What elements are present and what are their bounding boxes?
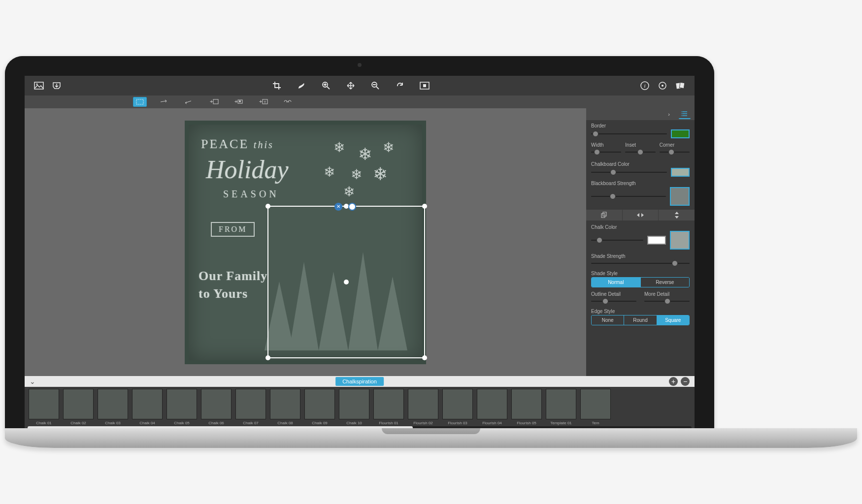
- save-icon[interactable]: [51, 80, 62, 91]
- link-icon[interactable]: [281, 97, 295, 107]
- top-toolbar: i: [25, 76, 695, 95]
- preset-thumbnail-label: Chalk 08: [277, 421, 293, 425]
- chalkboard-color-swatch[interactable]: [671, 168, 690, 177]
- shade-normal-button[interactable]: Normal: [592, 278, 641, 287]
- border-slider[interactable]: [591, 130, 667, 137]
- width-label: Width: [591, 142, 621, 148]
- selection-close-icon[interactable]: ✕: [334, 203, 342, 211]
- canvas-text-from: FROM: [211, 222, 255, 237]
- preset-name-button[interactable]: Chalkspiration: [335, 377, 384, 386]
- preset-thumbnail[interactable]: Tem: [579, 389, 612, 425]
- svg-rect-24: [601, 214, 605, 218]
- preset-thumbnail-label: Chalk 05: [174, 421, 190, 425]
- svg-text:+: +: [210, 98, 213, 104]
- flip-v-icon[interactable]: [659, 210, 695, 220]
- zoom-in-icon[interactable]: [321, 80, 332, 91]
- flip-h-icon[interactable]: [623, 210, 659, 220]
- preset-thumbnail[interactable]: Chalk 01: [28, 389, 60, 425]
- preset-thumbnail[interactable]: Flourish 03: [441, 389, 474, 425]
- panel-tabs: ›: [586, 108, 695, 120]
- shade-style-group: Normal Reverse: [591, 277, 690, 287]
- edge-round-button[interactable]: Round: [624, 315, 657, 325]
- preset-thumbnail[interactable]: Chalk 04: [131, 389, 164, 425]
- preset-thumbnail[interactable]: Chalk 09: [303, 389, 336, 425]
- preset-thumbnail-label: Chalk 10: [346, 421, 362, 425]
- panel-collapse-icon[interactable]: ›: [663, 109, 675, 119]
- crop-icon[interactable]: [271, 80, 282, 91]
- preset-thumbnail[interactable]: Flourish 05: [510, 389, 543, 425]
- thumbnail-bar: ⌄ Chalkspiration + − Chalk 01Chalk 02Cha…: [25, 376, 695, 430]
- preset-thumbnail-label: Chalk 09: [312, 421, 328, 425]
- chalk-color-slider[interactable]: [591, 237, 643, 244]
- preset-thumbnail[interactable]: Flourish 04: [476, 389, 508, 425]
- blackboard-strength-slider[interactable]: [591, 193, 666, 200]
- border-label: Border: [591, 123, 690, 128]
- cards-icon[interactable]: [675, 80, 686, 91]
- app-screen: i + + +T PEACE this Holiday SEASON FROM …: [25, 76, 695, 430]
- image-icon[interactable]: [33, 80, 44, 91]
- chevron-down-icon[interactable]: ⌄: [30, 378, 35, 385]
- chalkboard-color-slider[interactable]: [591, 169, 667, 176]
- preset-thumbnail[interactable]: Chalk 03: [97, 389, 129, 425]
- brush-icon[interactable]: [296, 80, 307, 91]
- svg-rect-4: [420, 82, 429, 89]
- preset-thumbnail-label: Template 01: [550, 421, 572, 425]
- svg-point-23: [681, 115, 682, 116]
- shade-strength-slider[interactable]: [591, 260, 690, 267]
- zoom-out-icon[interactable]: [370, 80, 381, 91]
- edge-none-button[interactable]: None: [592, 315, 624, 325]
- inset-slider[interactable]: [625, 149, 655, 156]
- duplicate-icon[interactable]: [586, 210, 623, 220]
- svg-text:i: i: [644, 83, 645, 89]
- svg-point-2: [323, 82, 328, 87]
- add-shape-icon[interactable]: +: [232, 97, 245, 107]
- chalk-color-swatch[interactable]: [647, 236, 666, 245]
- preset-thumbnail[interactable]: Chalk 10: [338, 389, 370, 425]
- add-text-icon[interactable]: +T: [256, 97, 270, 107]
- svg-point-3: [372, 82, 377, 87]
- corner-label: Corner: [660, 142, 690, 148]
- fit-screen-icon[interactable]: [419, 80, 430, 91]
- svg-rect-5: [423, 84, 426, 87]
- arrow-tool-2-icon[interactable]: [182, 97, 196, 107]
- info-icon[interactable]: i: [639, 80, 650, 91]
- preset-thumbnail-label: Chalk 07: [243, 421, 259, 425]
- thumbnail-strip[interactable]: Chalk 01Chalk 02Chalk 03Chalk 04Chalk 05…: [25, 387, 695, 425]
- corner-slider[interactable]: [660, 149, 690, 156]
- selection-rotate-icon[interactable]: [348, 203, 356, 211]
- width-slider[interactable]: [591, 149, 621, 156]
- blackboard-texture-swatch[interactable]: [670, 187, 690, 206]
- chalk-texture-swatch[interactable]: [670, 231, 690, 250]
- preset-thumbnail[interactable]: Chalk 07: [234, 389, 267, 425]
- preset-thumbnail[interactable]: Chalk 05: [166, 389, 198, 425]
- preset-thumbnail-label: Flourish 05: [517, 421, 536, 425]
- add-image-icon[interactable]: +: [207, 97, 221, 107]
- add-preset-button[interactable]: +: [669, 377, 678, 386]
- select-tool-icon[interactable]: [133, 97, 147, 107]
- preset-thumbnail[interactable]: Template 01: [545, 389, 577, 425]
- preset-thumbnail[interactable]: Chalk 06: [200, 389, 232, 425]
- arrow-tool-1-icon[interactable]: [158, 97, 171, 107]
- preset-thumbnail[interactable]: Flourish 02: [407, 389, 439, 425]
- preset-thumbnail[interactable]: Chalk 08: [269, 389, 301, 425]
- svg-rect-19: [263, 99, 267, 104]
- move-icon[interactable]: [345, 80, 356, 91]
- preset-thumbnail[interactable]: Chalk 02: [62, 389, 95, 425]
- preset-thumbnail-label: Flourish 03: [448, 421, 467, 425]
- redo-icon[interactable]: [395, 80, 405, 91]
- svg-point-22: [681, 113, 682, 114]
- laptop-base: [5, 428, 857, 448]
- preset-thumbnail[interactable]: Flourish 01: [372, 389, 405, 425]
- border-color-swatch[interactable]: [671, 129, 690, 138]
- canvas-area[interactable]: PEACE this Holiday SEASON FROM Our Famil…: [25, 108, 586, 376]
- more-detail-slider[interactable]: [644, 298, 690, 305]
- outline-detail-slider[interactable]: [591, 298, 636, 305]
- snowflakes: ❄ ❄ ❄ ❄ ❄ ❄ ❄: [324, 139, 412, 203]
- settings-icon[interactable]: [657, 80, 668, 91]
- remove-preset-button[interactable]: −: [681, 377, 690, 386]
- trees: [265, 237, 412, 350]
- shade-reverse-button[interactable]: Reverse: [641, 278, 690, 287]
- preset-thumbnail-label: Flourish 02: [413, 421, 433, 425]
- panel-list-icon[interactable]: [679, 109, 691, 119]
- edge-square-button[interactable]: Square: [657, 315, 689, 325]
